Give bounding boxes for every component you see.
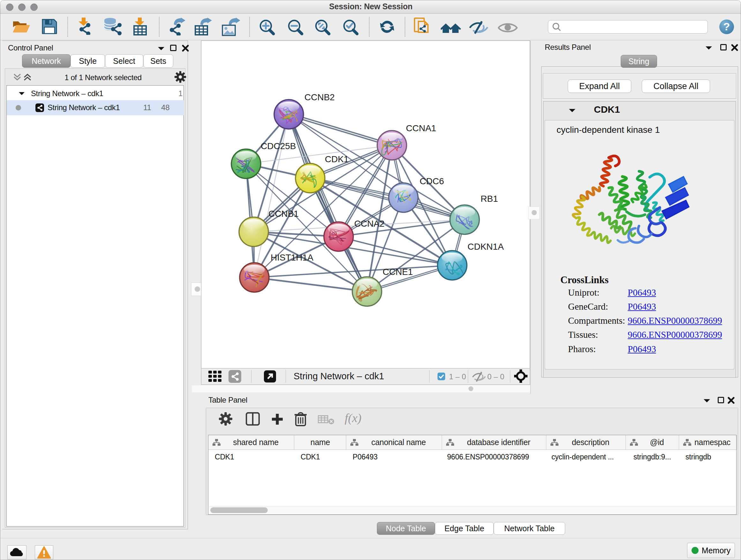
svg-text:CDK1: CDK1 xyxy=(325,154,349,164)
svg-text:HIST1H1A: HIST1H1A xyxy=(271,253,313,262)
svg-text:CCNA2: CCNA2 xyxy=(354,219,385,229)
svg-text:CCNB1: CCNB1 xyxy=(268,209,299,219)
svg-text:CCNB2: CCNB2 xyxy=(305,92,335,102)
svg-text:f(x): f(x) xyxy=(345,412,361,425)
svg-text:CDC6: CDC6 xyxy=(420,176,444,186)
svg-text:CCNE1: CCNE1 xyxy=(383,267,413,277)
svg-text:CDKN1A: CDKN1A xyxy=(468,242,504,252)
svg-text:?: ? xyxy=(724,20,730,33)
svg-text:CCNA1: CCNA1 xyxy=(406,123,436,133)
svg-text:CDC25B: CDC25B xyxy=(261,141,296,151)
svg-text:RB1: RB1 xyxy=(481,194,498,204)
